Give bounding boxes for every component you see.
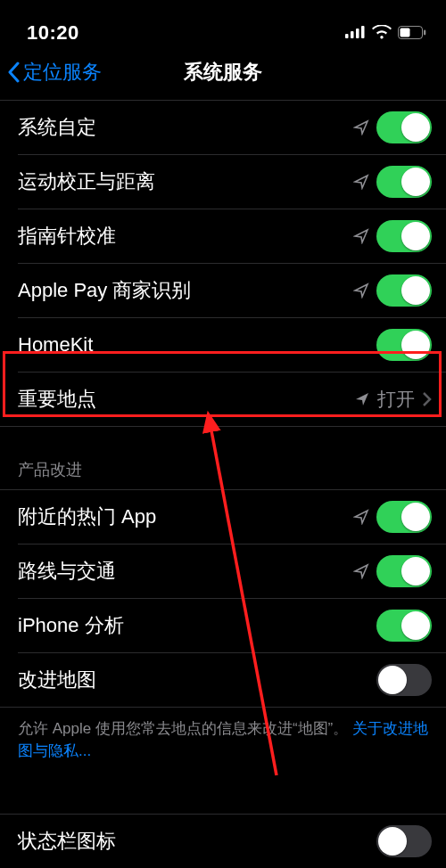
row-label: 状态栏图标 [18,828,116,855]
row-accessory [376,825,432,857]
toggle-switch[interactable] [376,555,432,587]
battery-icon [398,26,426,43]
row-accessory: 打开 [354,387,432,412]
toggle-switch[interactable] [376,111,432,143]
settings-row: Apple Pay 商家识别 [0,264,446,317]
status-time: 10:20 [27,21,79,45]
location-arrow-icon [353,119,369,135]
location-arrow-icon [353,228,369,244]
row-accessory [353,555,432,587]
svg-rect-6 [424,29,425,35]
settings-row: 路线与交通 [0,545,446,598]
status-icons [345,25,426,45]
chevron-right-icon [422,391,432,407]
toggle-switch[interactable] [376,220,432,252]
svg-rect-1 [351,31,354,38]
row-label: 指南针校准 [18,223,116,250]
back-label: 定位服务 [23,59,102,86]
row-accessory [353,111,432,143]
settings-row: 指南针校准 [0,209,446,263]
settings-group-system: 系统自定运动校正与距离指南针校准Apple Pay 商家识别HomeKit 重要… [0,100,446,427]
settings-row: 改进地图 [0,653,446,707]
row-status: 打开 [377,387,415,412]
svg-rect-5 [401,28,410,37]
location-arrow-icon [353,174,369,190]
row-accessory [353,274,432,307]
toggle-switch[interactable] [376,166,432,198]
settings-row: iPhone 分析 [0,599,446,652]
row-label: HomeKit [18,333,93,356]
status-bar: 10:20 [0,0,446,50]
svg-rect-0 [345,34,349,38]
row-significant-locations[interactable]: 重要地点 打开 [0,373,446,426]
row-accessory [376,610,432,642]
svg-rect-2 [356,29,359,38]
settings-row: HomeKit [0,318,446,372]
cellular-icon [345,26,366,42]
row-label: 重要地点 [18,386,96,413]
toggle-switch[interactable] [376,610,432,642]
group-footer: 允许 Apple 使用您常去地点的信息来改进“地图”。 关于改进地图与隐私... [0,708,446,762]
navigation-bar: 定位服务 系统服务 [0,50,446,94]
row-label: Apple Pay 商家识别 [18,277,191,304]
toggle-switch[interactable] [376,329,432,361]
row-label: 路线与交通 [18,558,116,585]
settings-group-statusbar: 状态栏图标 [0,814,446,868]
row-label: 附近的热门 App [18,504,156,530]
row-label: iPhone 分析 [18,612,124,639]
footer-text: 允许 Apple 使用您常去地点的信息来改进“地图”。 [18,720,348,737]
wifi-icon [372,25,392,43]
settings-group-improvement: 产品改进 附近的热门 App路线与交通iPhone 分析改进地图 允许 Appl… [0,439,446,762]
row-accessory [376,664,432,696]
toggle-switch[interactable] [376,274,432,307]
location-arrow-icon [353,509,369,525]
page-title: 系统服务 [184,59,262,86]
row-accessory [353,166,432,198]
location-arrow-icon [353,283,369,299]
settings-row: 状态栏图标 [0,815,446,868]
row-label: 改进地图 [18,667,96,693]
back-button[interactable]: 定位服务 [7,50,102,94]
row-accessory [376,329,432,361]
settings-row: 附近的热门 App [0,490,446,544]
row-accessory [353,501,432,533]
row-label: 运动校正与距离 [18,168,155,195]
settings-row: 运动校正与距离 [0,155,446,209]
row-label: 系统自定 [18,114,96,141]
group-header: 产品改进 [0,439,446,489]
row-accessory [353,220,432,252]
toggle-switch[interactable] [376,825,432,857]
location-arrow-icon [354,391,370,407]
toggle-switch[interactable] [376,501,432,533]
toggle-switch[interactable] [376,664,432,696]
svg-rect-3 [361,26,365,38]
settings-row: 系统自定 [0,101,446,154]
chevron-left-icon [7,61,21,83]
location-arrow-icon [353,563,369,579]
